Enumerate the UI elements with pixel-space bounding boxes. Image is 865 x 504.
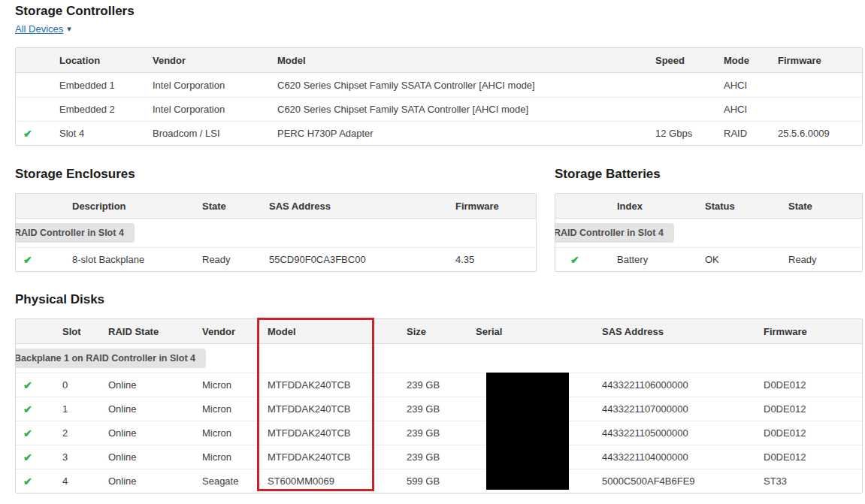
group-cell: RAID Controller in Slot 4: [16, 219, 536, 247]
cell-size: 239 GB: [398, 445, 467, 469]
column-header-description: Description: [53, 194, 196, 219]
cell-status: ✔: [16, 247, 53, 271]
cell-firmware: 4.35: [449, 247, 536, 271]
device-filter-link[interactable]: All Devices: [15, 23, 63, 35]
battery-row: ✔ Battery OK Ready: [555, 247, 862, 271]
cell-status: [16, 97, 53, 121]
cell-size: 599 GB: [398, 469, 467, 493]
disk-row: ✔ 1 Online Micron MTFDDAK240TCB 239 GB 4…: [16, 397, 862, 421]
cell-location: Slot 4: [53, 121, 147, 145]
cell-firmware: [772, 73, 862, 97]
batteries-header-row: Index Status State: [555, 194, 862, 219]
storage-enclosures-table: Description State SAS Address Firmware R…: [15, 193, 537, 272]
cell-status: ✔: [16, 469, 53, 493]
status-ok-icon: ✔: [23, 254, 32, 266]
storage-controllers-section: Storage Controllers All Devices ▾ Locati…: [15, 0, 861, 146]
section-title-storage-batteries: Storage Batteries: [555, 166, 861, 183]
cell-firmware: D0DE012: [755, 421, 862, 445]
cell-model: C620 Series Chipset Family SSATA Control…: [271, 73, 649, 97]
cell-firmware: [772, 97, 862, 121]
section-title-storage-enclosures: Storage Enclosures: [15, 166, 535, 183]
device-filter-dropdown[interactable]: All Devices ▾: [15, 22, 861, 35]
column-header-speed: Speed: [649, 48, 718, 73]
group-cell: Backplane 1 on RAID Controller in Slot 4: [16, 344, 862, 373]
column-header-model: Model: [259, 319, 398, 344]
physical-disks-table: Slot RAID State Vendor Model Size Serial…: [15, 318, 863, 493]
cell-model: ST600MM0069: [259, 469, 398, 493]
column-header-index: Index: [611, 194, 699, 219]
column-header-serial: Serial: [467, 319, 593, 344]
cell-slot: 4: [53, 469, 99, 493]
group-badge: Backplane 1 on RAID Controller in Slot 4: [16, 349, 206, 368]
cell-vendor: Micron: [193, 445, 259, 469]
column-header-sas-address: SAS Address: [263, 194, 449, 219]
column-header-status: [16, 194, 53, 219]
cell-raid-state: Online: [99, 373, 193, 397]
cell-raid-state: Online: [99, 469, 193, 493]
cell-size: 239 GB: [398, 373, 467, 397]
column-header-model: Model: [271, 48, 649, 73]
controllers-header-row: Location Vendor Model Speed Mode Firmwar…: [16, 48, 862, 73]
group-badge: RAID Controller in Slot 4: [555, 223, 674, 243]
cell-vendor: Micron: [193, 421, 259, 445]
cell-firmware: ST33: [755, 469, 862, 493]
cell-battery-status: OK: [699, 247, 782, 271]
column-header-status: [16, 319, 53, 344]
storage-batteries-table: Index Status State RAID Controller in Sl…: [555, 193, 863, 272]
cell-mode: RAID: [718, 121, 772, 145]
cell-vendor: Intel Corporation: [147, 97, 271, 121]
group-row: RAID Controller in Slot 4: [555, 219, 862, 247]
status-ok-icon: ✔: [23, 427, 32, 439]
column-header-status-icon: [555, 194, 611, 219]
cell-status: [16, 73, 53, 97]
section-title-physical-disks: Physical Disks: [15, 291, 861, 308]
group-badge: RAID Controller in Slot 4: [16, 223, 135, 243]
column-header-status: Status: [699, 194, 782, 219]
status-ok-icon: ✔: [570, 254, 579, 266]
group-row: RAID Controller in Slot 4: [16, 219, 536, 247]
cell-raid-state: Online: [99, 397, 193, 421]
disk-row: ✔ 2 Online Micron MTFDDAK240TCB 239 GB 4…: [16, 421, 862, 445]
group-cell: RAID Controller in Slot 4: [555, 219, 862, 247]
storage-enclosures-section: Storage Enclosures Description State SAS…: [15, 166, 535, 272]
column-header-firmware: Firmware: [755, 319, 862, 344]
column-header-vendor: Vendor: [147, 48, 271, 73]
cell-sas-address: 4433221107000000: [593, 397, 755, 421]
cell-speed: [649, 73, 718, 97]
cell-speed: [649, 97, 718, 121]
cell-status: ✔: [16, 445, 53, 469]
cell-index: Battery: [611, 247, 699, 271]
cell-vendor: Broadcom / LSI: [147, 121, 271, 145]
section-title-storage-controllers: Storage Controllers: [15, 3, 861, 20]
column-header-firmware: Firmware: [772, 48, 862, 73]
cell-slot: 3: [53, 445, 99, 469]
cell-sas-address: 55CD90F0CA3FBC00: [263, 247, 449, 271]
cell-firmware: 25.5.6.0009: [772, 121, 862, 145]
cell-firmware: D0DE012: [755, 397, 862, 421]
chevron-down-icon: ▾: [67, 25, 71, 33]
column-header-location: Location: [53, 48, 147, 73]
cell-model: MTFDDAK240TCB: [259, 373, 398, 397]
cell-vendor: Seagate: [193, 469, 259, 493]
cell-vendor: Intel Corporation: [147, 73, 271, 97]
enclosures-header-row: Description State SAS Address Firmware: [16, 194, 536, 219]
enclosure-row: ✔ 8-slot Backplane Ready 55CD90F0CA3FBC0…: [16, 247, 536, 271]
controller-row: Embedded 1 Intel Corporation C620 Series…: [16, 73, 862, 97]
status-ok-icon: ✔: [23, 475, 32, 487]
cell-status: ✔: [16, 373, 53, 397]
cell-vendor: Micron: [193, 373, 259, 397]
controller-row: ✔ Slot 4 Broadcom / LSI PERC H730P Adapt…: [16, 121, 862, 145]
physical-disks-section: Physical Disks Slot RAID State Vendor Mo…: [15, 291, 861, 493]
cell-model: PERC H730P Adapter: [271, 121, 649, 145]
cell-size: 239 GB: [398, 421, 467, 445]
cell-mode: AHCI: [718, 97, 772, 121]
disks-header-row: Slot RAID State Vendor Model Size Serial…: [16, 319, 862, 344]
status-ok-icon: ✔: [23, 128, 32, 140]
cell-status: ✔: [16, 397, 53, 421]
cell-raid-state: Online: [99, 421, 193, 445]
cell-slot: 2: [53, 421, 99, 445]
cell-state: Ready: [782, 247, 862, 271]
disk-row: ✔ 4 Online Seagate ST600MM0069 599 GB 50…: [16, 469, 862, 493]
cell-firmware: D0DE012: [755, 445, 862, 469]
disk-row: ✔ 0 Online Micron MTFDDAK240TCB 239 GB 4…: [16, 373, 862, 397]
